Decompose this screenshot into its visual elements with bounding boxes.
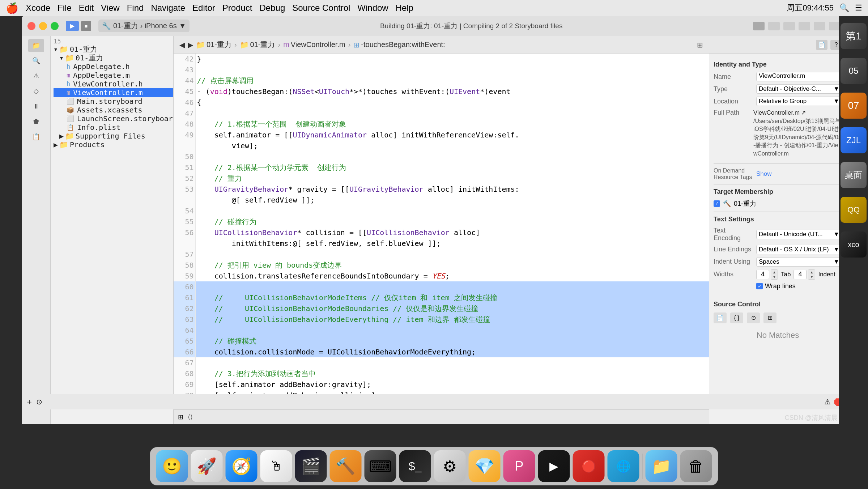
sc-grid-icon[interactable]: ⊞ xyxy=(763,312,776,323)
maximize-button[interactable] xyxy=(51,22,59,30)
nav-file-assets[interactable]: 📦 Assets.xcassets xyxy=(54,106,173,114)
debug-toggle[interactable] xyxy=(768,22,780,30)
nav-file-launchscreen[interactable]: ⬜ LaunchScreen.storyboard xyxy=(54,114,173,123)
menu-xcode[interactable]: Xcode xyxy=(26,3,50,13)
dock-black[interactable]: ▶ xyxy=(538,450,570,482)
menu-debug[interactable]: Debug xyxy=(260,3,285,13)
menu-view[interactable]: View xyxy=(101,3,120,13)
indent-decrement[interactable]: ▼ xyxy=(808,275,815,279)
dock-folder[interactable]: 📁 xyxy=(646,450,677,482)
close-button[interactable] xyxy=(27,22,35,30)
code-content: // 把引用 view 的 bounds变成边界 xyxy=(195,260,709,271)
dock-red[interactable]: 🔴 xyxy=(573,450,605,482)
indent-increment[interactable]: ▲ xyxy=(808,270,815,275)
nav-group-supporting[interactable]: ▶ 📁 Supporting Files xyxy=(54,132,173,140)
breadcrumb-01root[interactable]: 📁 01-重力 xyxy=(196,40,231,50)
nav-folder-btn[interactable]: 📁 xyxy=(28,39,44,52)
desktop-icon-xco[interactable]: xco xyxy=(841,231,867,258)
apple-menu[interactable]: 🍎 xyxy=(6,2,18,14)
nav-issue-btn[interactable]: ⚠ xyxy=(28,69,44,82)
dock-tools[interactable]: 🔨 xyxy=(330,450,362,482)
encoding-dropdown[interactable]: Default - Unicode (UT... ▼ xyxy=(756,230,842,239)
dock-finder[interactable]: 🙂 xyxy=(156,450,188,482)
dock-safari[interactable]: 🧭 xyxy=(226,450,258,482)
nav-search-btn[interactable]: 🔍 xyxy=(28,54,44,67)
nav-report-btn[interactable]: 📋 xyxy=(28,130,44,143)
desktop-icon-qq[interactable]: QQ xyxy=(841,197,867,223)
name-field[interactable]: ViewController.m xyxy=(756,72,842,81)
nav-file-viewcontroller-h[interactable]: h ViewController.h xyxy=(54,80,173,88)
menu-bar-time: 周五09:44:55 xyxy=(787,3,834,13)
menu-product[interactable]: Product xyxy=(222,3,252,13)
tab-increment[interactable]: ▲ xyxy=(771,270,778,275)
desktop-icon-5[interactable]: 桌面 xyxy=(841,162,867,188)
dock-system-prefs[interactable]: ⚙ xyxy=(434,450,466,482)
nav-breakpoint-btn[interactable]: ⬟ xyxy=(28,115,44,128)
source-control-section: Source Control 📄 { } ⊙ ⊞ No Matches xyxy=(714,298,842,340)
nav-file-appdelegate-h[interactable]: h AppDelegate.h xyxy=(54,62,173,71)
nav-test-btn[interactable]: ◇ xyxy=(28,85,44,98)
menu-bar-notif[interactable]: ☰ xyxy=(855,3,862,13)
menu-editor[interactable]: Editor xyxy=(192,3,215,13)
dock-code[interactable]: ⌨ xyxy=(365,450,396,482)
menu-source-control[interactable]: Source Control xyxy=(292,3,350,13)
nav-file-viewcontroller-m[interactable]: m ViewController.m xyxy=(54,88,173,97)
menu-window[interactable]: Window xyxy=(357,3,388,13)
line-endings-dropdown[interactable]: Default - OS X / Unix (LF) ▼ xyxy=(756,245,842,254)
nav-file-appdelegate-m[interactable]: m AppDelegate.m xyxy=(54,71,173,80)
nav-group-01[interactable]: ▾ 📁 01-重力 xyxy=(54,45,173,54)
menu-navigate[interactable]: Navigate xyxy=(151,3,185,13)
dock-trash[interactable]: 🗑 xyxy=(680,450,712,482)
layout-toggle-2[interactable] xyxy=(814,22,825,30)
run-button[interactable]: ▶ xyxy=(66,21,79,31)
location-dropdown[interactable]: Relative to Group ▼ xyxy=(756,97,842,106)
wrap-lines-checkbox[interactable]: ✓ xyxy=(756,283,763,289)
desktop-icon-3[interactable]: 07 xyxy=(841,93,867,119)
desktop-icon-1[interactable]: 第1 xyxy=(841,23,867,49)
sc-target-icon[interactable]: ⊙ xyxy=(747,312,760,323)
nav-group-products[interactable]: ▶ 📁 Products xyxy=(54,140,173,149)
dock-dl[interactable]: 🌐 xyxy=(608,450,639,482)
dock-terminal[interactable]: $_ xyxy=(399,450,431,482)
show-btn[interactable]: Show xyxy=(756,170,772,178)
dock-mouse[interactable]: 🖱 xyxy=(260,450,292,482)
inspector-file-btn[interactable]: 📄 xyxy=(816,40,827,50)
nav-group-01sub[interactable]: ▾ 📁 01-重力 xyxy=(54,54,173,62)
dock-paw[interactable]: P xyxy=(503,450,535,482)
dock-sketch[interactable]: 💎 xyxy=(469,450,501,482)
breadcrumb-method[interactable]: ⊞ -touchesBegan:withEvent: xyxy=(353,41,445,49)
minimize-button[interactable] xyxy=(39,22,47,30)
stop-button[interactable]: ■ xyxy=(81,21,91,31)
code-table: 42 } 43 44 // 点击屏幕调用 45 xyxy=(174,54,709,409)
menu-edit[interactable]: Edit xyxy=(79,3,94,13)
nav-debug-btn[interactable]: ⏸ xyxy=(28,100,44,113)
desktop-icon-2[interactable]: 05 xyxy=(841,58,867,84)
editor-grid-btn[interactable]: ⊞ xyxy=(697,41,703,49)
grid-icon[interactable]: ⊞ xyxy=(178,413,183,421)
nav-file-main-storyboard[interactable]: ⬜ Main.storyboard xyxy=(54,97,173,106)
menu-find[interactable]: Find xyxy=(127,3,144,13)
forward-btn[interactable]: ▶ xyxy=(188,41,193,49)
menu-bar-search[interactable]: 🔍 xyxy=(839,3,849,13)
back-btn[interactable]: ◀ xyxy=(179,41,185,49)
menu-file[interactable]: File xyxy=(58,3,72,13)
path-reveal-icon[interactable]: ↗ xyxy=(801,109,806,116)
breadcrumb-viewcontrollerm[interactable]: m ViewController.m xyxy=(283,41,345,49)
code-editor[interactable]: 42 } 43 44 // 点击屏幕调用 45 xyxy=(174,54,709,409)
menu-help[interactable]: Help xyxy=(396,3,413,13)
dock-movie[interactable]: 🎬 xyxy=(295,450,327,482)
target-checkbox[interactable]: ✓ xyxy=(714,200,720,207)
inspector-toggle[interactable] xyxy=(783,22,795,30)
scheme-selector[interactable]: 🔧 01-重力 › iPhone 6s ▼ xyxy=(98,20,190,32)
desktop-icon-4[interactable]: ZJL xyxy=(841,127,867,153)
tab-decrement[interactable]: ▼ xyxy=(771,275,778,279)
type-dropdown[interactable]: Default - Objective-C... ▼ xyxy=(756,84,842,94)
navigator-toggle[interactable] xyxy=(753,22,765,30)
sc-code-icon[interactable]: { } xyxy=(730,312,743,323)
indent-using-dropdown[interactable]: Spaces ▼ xyxy=(756,257,842,267)
sc-file-icon[interactable]: 📄 xyxy=(714,312,727,323)
breadcrumb-01sub[interactable]: 📁 01-重力 xyxy=(240,40,275,50)
layout-toggle-1[interactable] xyxy=(799,22,810,30)
dock-launchpad[interactable]: 🚀 xyxy=(191,450,223,482)
nav-file-infoplist[interactable]: 📋 Info.plist xyxy=(54,123,173,132)
